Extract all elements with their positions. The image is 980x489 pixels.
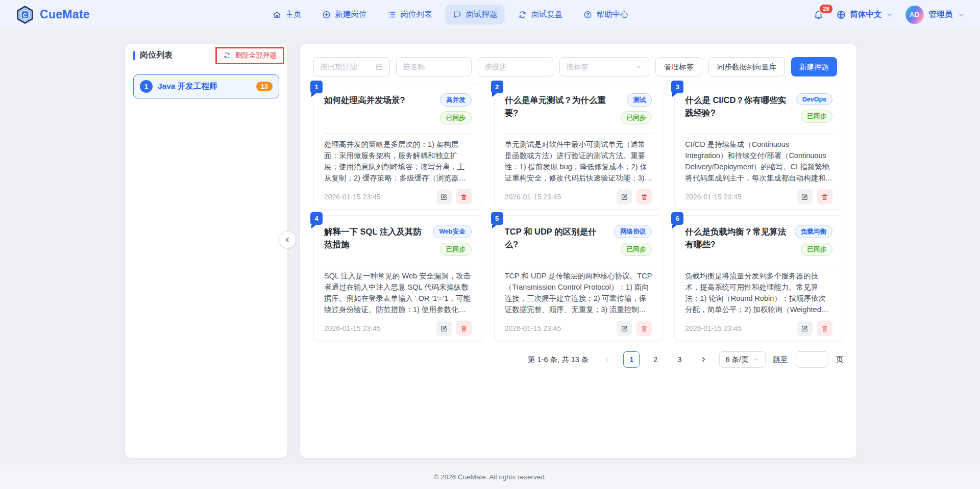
- tag-filter-select[interactable]: 按标签: [559, 57, 649, 76]
- nav-item-help-center[interactable]: 帮助中心: [576, 5, 635, 24]
- pagination: 第 1-6 条, 共 13 条 1 2 3 6 条/页 跳至 页: [313, 351, 843, 368]
- timestamp: 2026-01-15 23:45: [324, 324, 381, 332]
- delete-button[interactable]: [636, 321, 652, 336]
- sync-to-vector-db-button[interactable]: 同步数据到向量库: [708, 57, 785, 76]
- question-card: 4 解释一下 SQL 注入及其防范措施 Web安全 已同步 SQL 注入是一种常…: [313, 215, 482, 341]
- date-filter-input[interactable]: 按日期过滤: [313, 57, 390, 76]
- delete-button[interactable]: [456, 189, 472, 204]
- new-question-button[interactable]: 新建押题: [791, 57, 837, 76]
- page-button-3[interactable]: 3: [671, 351, 688, 368]
- copyright-text: © 2026 CueMate. All rights reserved.: [434, 473, 547, 481]
- topic-tag: 网络协议: [614, 225, 652, 238]
- delete-all-questions-button[interactable]: 删除全部押题: [223, 51, 277, 60]
- timestamp: 2026-01-15 23:45: [685, 193, 742, 201]
- home-icon: [273, 10, 282, 19]
- timestamp: 2026-01-15 23:45: [685, 324, 742, 332]
- synced-badge: 已同步: [621, 243, 652, 256]
- nav-item-home[interactable]: 主页: [265, 5, 309, 24]
- chat-bubble-icon: [453, 10, 462, 19]
- trash-icon: [821, 325, 828, 332]
- nav-item-position-list[interactable]: 岗位列表: [380, 5, 439, 24]
- question-circle-icon: [583, 10, 593, 19]
- navbar-right: 28 简体中文 AD 管理员: [813, 6, 965, 24]
- title-accent-bar: [133, 51, 135, 60]
- synced-badge: 已同步: [621, 111, 652, 124]
- calendar-icon: [375, 63, 383, 71]
- edit-button[interactable]: [436, 189, 452, 204]
- notifications-button[interactable]: 28: [813, 9, 824, 20]
- nav-item-new-position[interactable]: 新建岗位: [315, 5, 374, 24]
- edit-pencil-icon: [801, 193, 808, 201]
- topic-tag: 测试: [627, 93, 652, 107]
- page-size-select[interactable]: 6 条/页: [719, 351, 765, 368]
- chevron-down-icon: [634, 63, 643, 71]
- edit-button[interactable]: [617, 189, 632, 204]
- question-card: 6 什么是负载均衡？常见算法有哪些? 负载均衡 已同步 负载均衡是将流量分发到多…: [674, 215, 843, 341]
- card-number-ribbon: 2: [491, 81, 503, 93]
- question-card: 1 如何处理高并发场景? 高并发 已同步 处理高并发的策略是多层次的：1) 架构…: [313, 84, 482, 210]
- timestamp: 2026-01-15 23:45: [505, 324, 561, 332]
- sidebar-item-java-engineer[interactable]: 1 Java 开发工程师 13: [133, 74, 279, 98]
- manage-tags-button[interactable]: 管理标签: [655, 57, 702, 76]
- trash-icon: [460, 325, 468, 332]
- brand-logo[interactable]: C CueMate: [15, 5, 90, 24]
- question-description: 负载均衡是将流量分发到多个服务器的技术，提高系统可用性和处理能力。常见算法：1)…: [685, 270, 832, 315]
- question-description: SQL 注入是一种常见的 Web 安全漏洞，攻击者通过在输入中注入恶意 SQL …: [324, 270, 472, 315]
- top-navbar: C CueMate 主页 新建岗位 岗位列表 面试押: [0, 0, 980, 29]
- topic-tag: DevOps: [796, 93, 832, 105]
- edit-button[interactable]: [436, 321, 452, 336]
- avatar: AD: [905, 6, 924, 24]
- user-role-label: 管理员: [929, 9, 953, 20]
- delete-button[interactable]: [817, 321, 832, 336]
- svg-text:C: C: [23, 12, 27, 18]
- delete-button[interactable]: [456, 321, 472, 336]
- edit-pencil-icon: [440, 193, 448, 201]
- edit-button[interactable]: [797, 189, 813, 204]
- prev-page-button[interactable]: [599, 351, 616, 368]
- filter-toolbar: 按日期过滤 按名称 按描述 按标签 管理标签 同步数据到向量库 新建押题: [313, 57, 843, 76]
- next-page-button[interactable]: [695, 351, 712, 368]
- divider: [505, 265, 652, 265]
- divider: [324, 265, 472, 265]
- jump-to-page-input[interactable]: [796, 351, 828, 368]
- sidebar-collapse-button[interactable]: [279, 231, 296, 248]
- trash-icon: [460, 193, 468, 201]
- trash-icon: [821, 193, 828, 201]
- list-icon: [387, 10, 397, 19]
- language-selector[interactable]: 简体中文: [836, 9, 893, 20]
- question-description: 单元测试是对软件中最小可测试单元（通常是函数或方法）进行验证的测试方法。重要性：…: [505, 139, 652, 184]
- card-number-ribbon: 1: [310, 81, 323, 93]
- description-filter-input[interactable]: 按描述: [478, 57, 553, 76]
- divider: [324, 133, 472, 134]
- question-card: 2 什么是单元测试？为什么重要? 测试 已同步 单元测试是对软件中最小可测试单元…: [494, 84, 663, 210]
- synced-badge: 已同步: [801, 243, 832, 256]
- timestamp: 2026-01-15 23:45: [324, 193, 381, 201]
- edit-button[interactable]: [797, 321, 813, 336]
- name-filter-input[interactable]: 按名称: [396, 57, 472, 76]
- question-description: TCP 和 UDP 是传输层的两种核心协议。TCP（Transmission C…: [505, 270, 652, 315]
- user-menu[interactable]: AD 管理员: [905, 6, 965, 24]
- delete-button[interactable]: [636, 189, 652, 204]
- question-description: 处理高并发的策略是多层次的：1) 架构层面：采用微服务架构，服务解耦和独立扩展；…: [324, 139, 472, 184]
- timestamp: 2026-01-15 23:45: [505, 193, 561, 201]
- edit-pencil-icon: [621, 325, 628, 332]
- nav-item-interview-review[interactable]: 面试复盘: [511, 5, 570, 24]
- card-number-ribbon: 5: [491, 212, 503, 225]
- page-button-1[interactable]: 1: [623, 351, 640, 368]
- questions-panel: 按日期过滤 按名称 按描述 按标签 管理标签 同步数据到向量库 新建押题: [300, 44, 856, 458]
- notification-count-badge: 28: [819, 4, 834, 14]
- chevron-down-icon: [886, 11, 893, 18]
- synced-badge: 已同步: [801, 110, 832, 123]
- card-number-ribbon: 4: [310, 212, 323, 225]
- card-number-ribbon: 3: [671, 81, 683, 93]
- question-title: 什么是负载均衡？常见算法有哪些?: [685, 225, 790, 264]
- divider: [685, 133, 832, 134]
- edit-button[interactable]: [617, 321, 632, 336]
- content-area: 岗位列表 删除全部押题 1 Java 开发工程师 13: [125, 44, 856, 458]
- nav-item-interview-questions[interactable]: 面试押题: [446, 5, 505, 24]
- cuemate-logo-icon: C: [15, 5, 35, 24]
- delete-button[interactable]: [817, 189, 832, 204]
- sync-arrows-icon: [518, 10, 527, 19]
- edit-pencil-icon: [801, 325, 808, 332]
- page-button-2[interactable]: 2: [647, 351, 664, 368]
